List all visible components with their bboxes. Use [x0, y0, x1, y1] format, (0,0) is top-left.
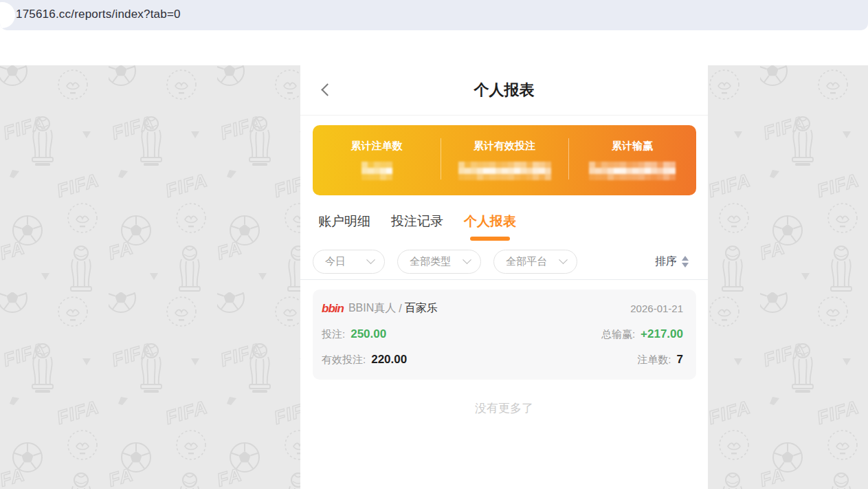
stat-total-bets: 累计注单数 [313, 125, 441, 195]
url-text[interactable]: 175616.cc/reports/index?tab=0 [16, 8, 181, 21]
winloss-label: 总输赢: [601, 328, 635, 341]
chevron-down-icon [366, 255, 375, 264]
stat-label: 累计输赢 [612, 140, 653, 153]
record-row-2: 有效投注: 220.00 注单数: 7 [322, 353, 683, 367]
filter-bar: 今日 全部类型 全部平台 排序 [300, 243, 708, 280]
valid-bet-value: 220.00 [371, 353, 407, 367]
bbin-logo: bbin [322, 302, 344, 316]
no-more-text: 没有更多了 [300, 400, 708, 416]
tab-bet-records[interactable]: 投注记录 [391, 213, 443, 243]
record-date: 2026-01-21 [630, 303, 683, 314]
record-row-1: 投注: 250.00 总输赢: +217.00 [322, 327, 683, 341]
chevron-down-icon [559, 255, 568, 264]
divider [441, 138, 441, 180]
bet-count-value: 7 [677, 353, 683, 367]
chevron-down-icon [463, 255, 471, 264]
report-record-card[interactable]: bbin BBIN真人 / 百家乐 2026-01-21 投注: 250.00 … [313, 290, 696, 380]
address-bar-circle [0, 2, 15, 28]
dropdown-label: 全部平台 [506, 255, 547, 268]
game-name: 百家乐 [405, 301, 438, 316]
tab-bar: 账户明细 投注记录 个人报表 [300, 195, 708, 243]
stat-label: 累计注单数 [351, 140, 403, 153]
valid-bet-label: 有效投注: [322, 354, 366, 367]
masked-value [361, 162, 392, 180]
bet-count-label: 注单数: [637, 354, 671, 367]
stat-winloss: 累计输赢 [568, 125, 696, 195]
dropdown-label: 今日 [325, 255, 346, 268]
page-header: 个人报表 [300, 65, 708, 116]
tab-account-details[interactable]: 账户明细 [318, 213, 370, 243]
divider [568, 138, 569, 180]
tab-personal-report[interactable]: 个人报表 [464, 213, 516, 243]
report-panel: 个人报表 累计注单数 累计有效投注 累计输赢 账户明细 投注记录 个人报表 今日… [300, 65, 708, 489]
date-filter-dropdown[interactable]: 今日 [313, 250, 385, 274]
winloss-value: +217.00 [641, 327, 683, 341]
stat-label: 累计有效投注 [474, 140, 535, 153]
chevron-left-icon [321, 83, 333, 96]
platform-filter-dropdown[interactable]: 全部平台 [493, 250, 577, 274]
sort-control[interactable]: 排序 [655, 254, 689, 269]
masked-value [589, 162, 676, 180]
sort-label: 排序 [655, 254, 677, 269]
page-title: 个人报表 [474, 80, 535, 100]
type-filter-dropdown[interactable]: 全部类型 [397, 250, 481, 274]
bet-value: 250.00 [350, 327, 386, 341]
masked-value [458, 162, 551, 180]
browser-address-bar[interactable]: 175616.cc/reports/index?tab=0 [0, 0, 868, 30]
stat-valid-bets: 累计有效投注 [441, 125, 568, 195]
bet-label: 投注: [322, 328, 345, 341]
separator: / [399, 303, 401, 315]
summary-card: 累计注单数 累计有效投注 累计输赢 [313, 125, 696, 195]
provider-name: BBIN真人 [348, 301, 396, 316]
sort-arrows-icon [682, 256, 689, 268]
record-header: bbin BBIN真人 / 百家乐 2026-01-21 [322, 301, 683, 316]
back-button[interactable] [318, 82, 336, 100]
dropdown-label: 全部类型 [410, 255, 451, 268]
